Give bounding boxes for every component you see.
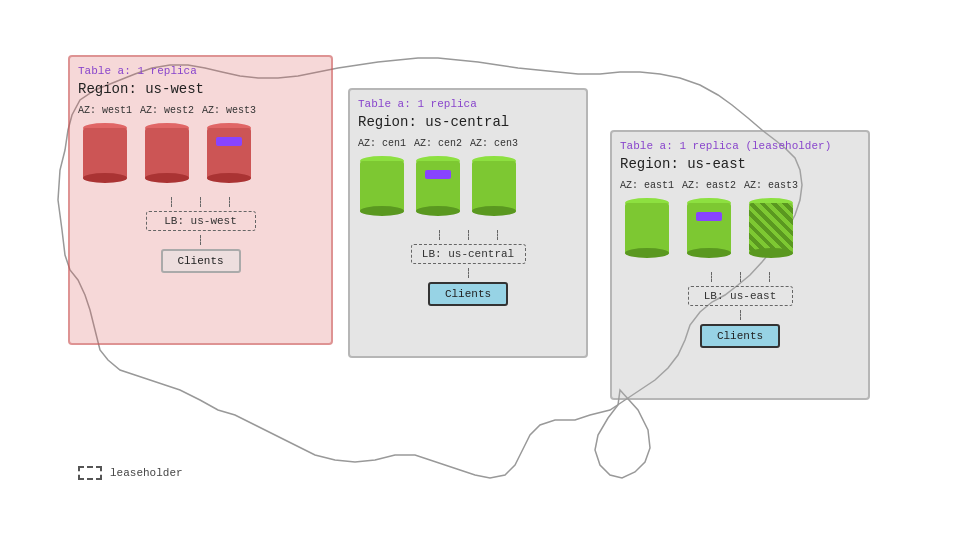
east-region-label: Region: us-east — [620, 156, 860, 172]
region-central: Table a: 1 replica Region: us-central AZ… — [348, 88, 588, 358]
central-az2-cylinder — [416, 152, 460, 220]
east-az3-cylinder — [749, 194, 793, 262]
central-az1: AZ: cen1 — [358, 138, 406, 220]
east-az-row: AZ: east1 AZ: east2 — [620, 180, 860, 262]
east-leaseholder-indicator — [696, 212, 722, 221]
central-az3-cylinder — [472, 152, 516, 220]
central-leaseholder-indicator — [425, 170, 451, 179]
east-az1-label: AZ: east1 — [620, 180, 674, 191]
central-connector: LB: us-central Clients — [358, 230, 578, 310]
central-az1-label: AZ: cen1 — [358, 138, 406, 149]
east-lb: LB: us-east — [688, 286, 793, 306]
west-leaseholder-indicator — [216, 137, 242, 146]
west-az1: AZ: west1 — [78, 105, 132, 187]
west-az1-cylinder — [83, 119, 127, 187]
legend: leaseholder — [78, 466, 183, 480]
east-az2-cylinder — [687, 194, 731, 262]
west-region-label: Region: us-west — [78, 81, 323, 97]
east-az1-cylinder — [625, 194, 669, 262]
west-az3-label: AZ: west3 — [202, 105, 256, 116]
west-clients[interactable]: Clients — [161, 249, 241, 273]
east-az2: AZ: east2 — [682, 180, 736, 262]
west-az3: AZ: west3 — [202, 105, 256, 187]
central-az2: AZ: cen2 — [414, 138, 462, 220]
central-az2-label: AZ: cen2 — [414, 138, 462, 149]
west-az1-label: AZ: west1 — [78, 105, 132, 116]
central-az3-label: AZ: cen3 — [470, 138, 518, 149]
region-west: Table a: 1 replica Region: us-west AZ: w… — [68, 55, 333, 345]
west-az-row: AZ: west1 AZ: west2 AZ: west — [78, 105, 323, 187]
east-az3: AZ: east3 — [744, 180, 798, 262]
central-region-label: Region: us-central — [358, 114, 578, 130]
west-az2: AZ: west2 — [140, 105, 194, 187]
west-table-label: Table a: 1 replica — [78, 65, 323, 77]
west-az3-cylinder — [207, 119, 251, 187]
east-az2-label: AZ: east2 — [682, 180, 736, 191]
central-table-label: Table a: 1 replica — [358, 98, 578, 110]
west-connector: LB: us-west Clients — [78, 197, 323, 277]
west-az2-label: AZ: west2 — [140, 105, 194, 116]
central-clients[interactable]: Clients — [428, 282, 508, 306]
central-lb: LB: us-central — [411, 244, 526, 264]
central-az-row: AZ: cen1 AZ: cen2 — [358, 138, 578, 220]
legend-icon — [78, 466, 102, 480]
east-az1: AZ: east1 — [620, 180, 674, 262]
west-az2-cylinder — [145, 119, 189, 187]
east-connector: LB: us-east Clients — [620, 272, 860, 352]
region-east: Table a: 1 replica (leaseholder) Region:… — [610, 130, 870, 400]
west-lb: LB: us-west — [146, 211, 256, 231]
east-table-label: Table a: 1 replica (leaseholder) — [620, 140, 860, 152]
east-clients[interactable]: Clients — [700, 324, 780, 348]
east-az3-label: AZ: east3 — [744, 180, 798, 191]
central-az3: AZ: cen3 — [470, 138, 518, 220]
central-az1-cylinder — [360, 152, 404, 220]
legend-label: leaseholder — [110, 467, 183, 479]
